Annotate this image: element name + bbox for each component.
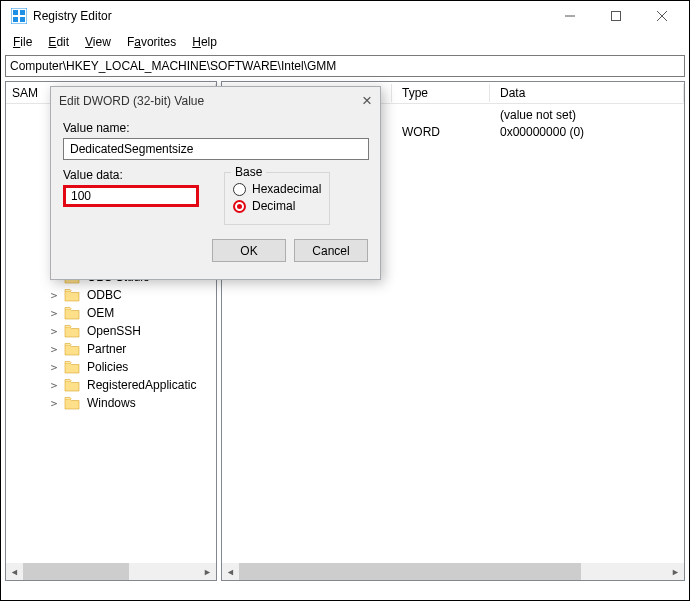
menu-help[interactable]: Help — [184, 33, 225, 51]
expand-icon[interactable]: > — [48, 307, 60, 320]
folder-icon — [64, 342, 80, 356]
app-icon — [11, 8, 27, 24]
tree-item[interactable]: >Partner — [6, 340, 216, 358]
folder-icon — [64, 324, 80, 338]
value-name-label: Value name: — [63, 121, 368, 135]
title-bar: Registry Editor — [1, 1, 689, 31]
radio-hexadecimal[interactable]: Hexadecimal — [233, 182, 321, 196]
close-button[interactable] — [639, 1, 685, 31]
tree-item-label: Policies — [84, 359, 131, 375]
tree-item-label: OpenSSH — [84, 323, 144, 339]
svg-rect-3 — [13, 17, 18, 22]
tree-item-label: RegisteredApplicatic — [84, 377, 199, 393]
list-horizontal-scrollbar[interactable]: ◄ ► — [222, 563, 684, 580]
expand-icon[interactable]: > — [48, 289, 60, 302]
radio-icon — [233, 183, 246, 196]
menu-view[interactable]: View — [77, 33, 119, 51]
svg-rect-6 — [612, 12, 621, 21]
tree-item-label: Windows — [84, 395, 139, 411]
address-text: Computer\HKEY_LOCAL_MACHINE\SOFTWARE\Int… — [10, 59, 336, 73]
dialog-title-bar[interactable]: Edit DWORD (32-bit) Value × — [51, 87, 380, 115]
base-fieldset: Base Hexadecimal Decimal — [224, 172, 330, 225]
expand-icon[interactable]: > — [48, 325, 60, 338]
svg-rect-1 — [13, 10, 18, 15]
folder-icon — [64, 306, 80, 320]
folder-icon — [64, 378, 80, 392]
tree-item[interactable]: >OpenSSH — [6, 322, 216, 340]
col-header-type[interactable]: Type — [392, 84, 490, 102]
tree-item[interactable]: >RegisteredApplicatic — [6, 376, 216, 394]
window-title: Registry Editor — [33, 9, 547, 23]
tree-header-label: SAM — [12, 86, 38, 100]
folder-icon — [64, 360, 80, 374]
maximize-button[interactable] — [593, 1, 639, 31]
tree-item[interactable]: >ODBC — [6, 286, 216, 304]
address-bar[interactable]: Computer\HKEY_LOCAL_MACHINE\SOFTWARE\Int… — [5, 55, 685, 77]
menu-edit[interactable]: Edit — [40, 33, 77, 51]
expand-icon[interactable]: > — [48, 361, 60, 374]
value-data-field[interactable]: 100 — [63, 185, 199, 207]
expand-icon[interactable]: > — [48, 343, 60, 356]
cancel-button[interactable]: Cancel — [294, 239, 368, 262]
tree-item[interactable]: >Policies — [6, 358, 216, 376]
radio-decimal[interactable]: Decimal — [233, 199, 321, 213]
scroll-right-icon[interactable]: ► — [199, 563, 216, 580]
folder-icon — [64, 288, 80, 302]
folder-icon — [64, 396, 80, 410]
edit-dword-dialog: Edit DWORD (32-bit) Value × Value name: … — [50, 86, 381, 280]
tree-item[interactable]: >Windows — [6, 394, 216, 412]
tree-item-label: ODBC — [84, 287, 125, 303]
tree-item-label: Partner — [84, 341, 129, 357]
col-header-data[interactable]: Data — [490, 84, 684, 102]
menu-favorites[interactable]: Favorites — [119, 33, 184, 51]
svg-rect-2 — [20, 10, 25, 15]
minimize-button[interactable] — [547, 1, 593, 31]
radio-icon — [233, 200, 246, 213]
tree-horizontal-scrollbar[interactable]: ◄ ► — [6, 563, 216, 580]
tree-item-label: OEM — [84, 305, 117, 321]
scroll-left-icon[interactable]: ◄ — [222, 563, 239, 580]
scroll-right-icon[interactable]: ► — [667, 563, 684, 580]
tree-item[interactable]: >OEM — [6, 304, 216, 322]
ok-button[interactable]: OK — [212, 239, 286, 262]
menu-bar: File Edit View Favorites Help — [1, 31, 689, 53]
value-data-label: Value data: — [63, 168, 220, 182]
dialog-title: Edit DWORD (32-bit) Value — [59, 94, 346, 108]
value-name-field[interactable]: DedicatedSegmentsize — [63, 138, 369, 160]
dialog-close-button[interactable]: × — [346, 91, 372, 111]
svg-rect-4 — [20, 17, 25, 22]
expand-icon[interactable]: > — [48, 397, 60, 410]
menu-file[interactable]: File — [5, 33, 40, 51]
scroll-left-icon[interactable]: ◄ — [6, 563, 23, 580]
base-legend: Base — [231, 165, 266, 179]
expand-icon[interactable]: > — [48, 379, 60, 392]
